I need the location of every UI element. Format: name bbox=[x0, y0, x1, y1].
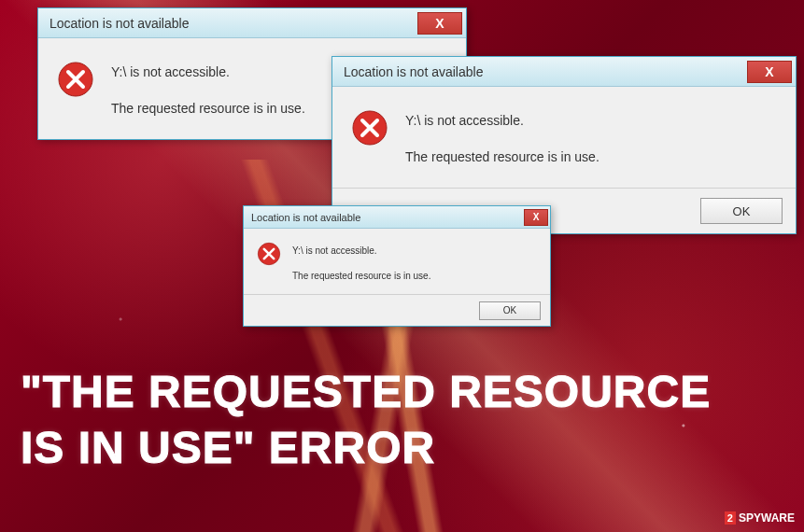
titlebar[interactable]: Location is not available X bbox=[38, 8, 466, 38]
message-line2: The requested resource is in use. bbox=[292, 267, 430, 285]
dialog-message: Y:\ is not accessible. The requested res… bbox=[111, 61, 305, 120]
close-icon: X bbox=[435, 16, 444, 31]
dialog-title: Location is not available bbox=[49, 16, 189, 31]
dialog-footer: OK bbox=[244, 294, 550, 326]
message-line2: The requested resource is in use. bbox=[111, 97, 305, 120]
message-line1: Y:\ is not accessible. bbox=[405, 109, 599, 133]
error-icon bbox=[257, 242, 281, 266]
error-icon bbox=[57, 61, 94, 98]
watermark-num: 2 bbox=[725, 511, 736, 525]
titlebar[interactable]: Location is not available X bbox=[244, 206, 550, 229]
close-icon: X bbox=[533, 212, 540, 222]
headline-text: "THE REQUESTED RESOURCE IS IN USE" ERROR bbox=[21, 364, 711, 476]
close-button[interactable]: X bbox=[524, 209, 548, 226]
close-icon: X bbox=[765, 64, 773, 79]
error-icon bbox=[351, 109, 388, 147]
error-dialog-3: Location is not available X Y:\ is not a… bbox=[243, 205, 551, 327]
headline-line1: "THE REQUESTED RESOURCE bbox=[21, 364, 711, 420]
watermark: 2 SPYWARE bbox=[725, 511, 795, 525]
dialog-title: Location is not available bbox=[251, 212, 360, 223]
watermark-text: SPYWARE bbox=[739, 511, 795, 525]
dialog-body: Y:\ is not accessible. The requested res… bbox=[244, 229, 550, 294]
titlebar[interactable]: Location is not available X bbox=[332, 57, 796, 87]
close-button[interactable]: X bbox=[417, 12, 462, 35]
ok-button[interactable]: OK bbox=[479, 301, 541, 320]
dialog-message: Y:\ is not accessible. The requested res… bbox=[405, 109, 599, 169]
dialog-message: Y:\ is not accessible. The requested res… bbox=[292, 242, 430, 285]
headline-line2: IS IN USE" ERROR bbox=[21, 420, 711, 476]
dialog-body: Y:\ is not accessible. The requested res… bbox=[332, 87, 796, 188]
dialog-title: Location is not available bbox=[344, 64, 483, 79]
close-button[interactable]: X bbox=[747, 61, 792, 83]
message-line2: The requested resource is in use. bbox=[405, 146, 599, 169]
ok-button[interactable]: OK bbox=[700, 198, 783, 224]
message-line1: Y:\ is not accessible. bbox=[111, 61, 305, 84]
message-line1: Y:\ is not accessible. bbox=[292, 242, 430, 259]
